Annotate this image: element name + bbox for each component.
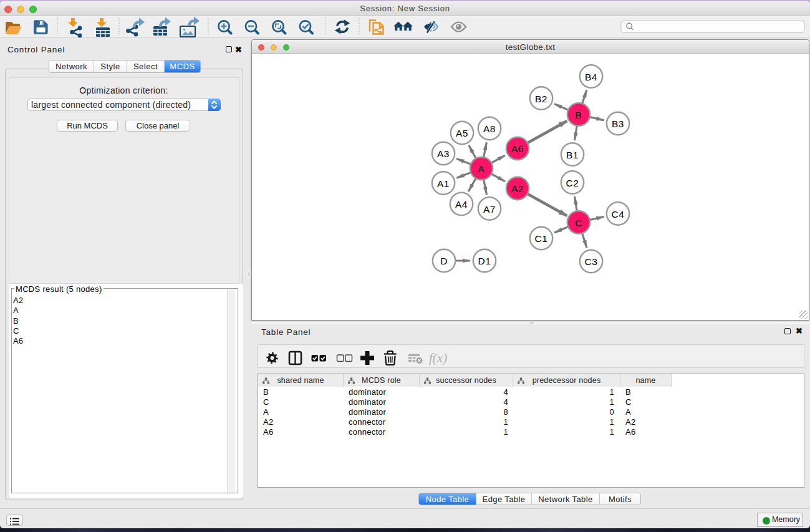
svg-text:C1: C1: [535, 233, 548, 244]
svg-text:B: B: [576, 110, 582, 120]
svg-text:C: C: [575, 218, 582, 228]
svg-text:A3: A3: [437, 148, 450, 159]
svg-text:A1: A1: [437, 178, 450, 189]
svg-text:B4: B4: [585, 72, 597, 82]
svg-text:f(x): f(x): [429, 351, 447, 365]
svg-text:A7: A7: [483, 204, 496, 215]
svg-text:A4: A4: [455, 199, 468, 210]
svg-text:C3: C3: [585, 256, 598, 267]
svg-text:A6: A6: [511, 143, 524, 154]
svg-text:D1: D1: [478, 256, 491, 266]
svg-text:B1: B1: [566, 150, 579, 160]
svg-text:A2: A2: [511, 183, 524, 194]
svg-text:C4: C4: [612, 209, 625, 220]
svg-text:A: A: [478, 163, 485, 174]
svg-text:A8: A8: [483, 123, 496, 134]
svg-text:A5: A5: [456, 128, 468, 138]
svg-text:B2: B2: [535, 94, 547, 104]
svg-text:D: D: [440, 256, 448, 266]
svg-text:B3: B3: [612, 118, 624, 129]
svg-text:C2: C2: [566, 178, 579, 188]
